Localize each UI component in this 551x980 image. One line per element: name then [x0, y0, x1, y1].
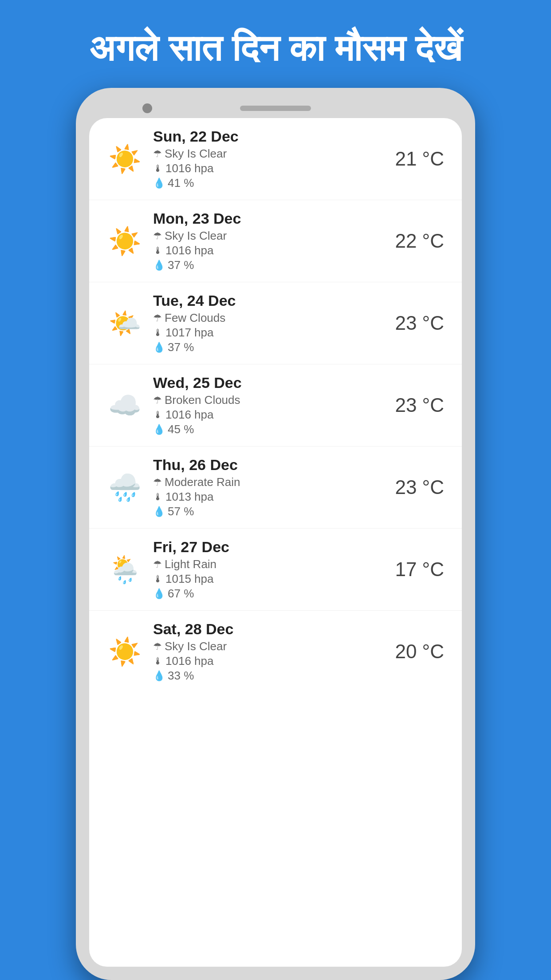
weather-description: ☂ Few Clouds [153, 311, 384, 325]
humidity-icon: 💧 [153, 178, 165, 189]
weather-info-6: Sat, 28 Dec ☂ Sky Is Clear 🌡 1016 hpa 💧 … [153, 620, 384, 683]
weather-icon-5: 🌦️ [107, 554, 142, 585]
weather-day-label: Sat, 28 Dec [153, 620, 384, 638]
weather-humidity: 💧 41 % [153, 176, 384, 190]
weather-temperature: 22 °C [395, 230, 444, 252]
umbrella-icon: ☂ [153, 477, 162, 488]
weather-temperature: 23 °C [395, 312, 444, 334]
pressure-icon: 🌡 [153, 327, 163, 339]
weather-temperature: 17 °C [395, 558, 444, 581]
weather-info-2: Tue, 24 Dec ☂ Few Clouds 🌡 1017 hpa 💧 37… [153, 292, 384, 354]
weather-list: ☀️ Sun, 22 Dec ☂ Sky Is Clear 🌡 1016 hpa… [89, 118, 462, 692]
umbrella-icon: ☂ [153, 230, 162, 242]
weather-pressure: 🌡 1017 hpa [153, 326, 384, 340]
weather-day-item: ☀️ Sun, 22 Dec ☂ Sky Is Clear 🌡 1016 hpa… [89, 118, 462, 200]
weather-icon-4: 🌧️ [107, 472, 142, 503]
pressure-icon: 🌡 [153, 245, 163, 257]
weather-temperature: 20 °C [395, 640, 444, 663]
weather-temperature: 21 °C [395, 148, 444, 170]
pressure-icon: 🌡 [153, 163, 163, 174]
weather-day-item: 🌧️ Thu, 26 Dec ☂ Moderate Rain 🌡 1013 hp… [89, 447, 462, 529]
weather-temperature: 23 °C [395, 394, 444, 416]
phone-camera [142, 103, 152, 113]
weather-icon-2: 🌤️ [107, 308, 142, 339]
weather-day-item: 🌦️ Fri, 27 Dec ☂ Light Rain 🌡 1015 hpa 💧… [89, 529, 462, 611]
weather-day-label: Wed, 25 Dec [153, 374, 384, 391]
weather-humidity: 💧 67 % [153, 587, 384, 601]
weather-icon-6: ☀️ [107, 636, 142, 668]
weather-info-1: Mon, 23 Dec ☂ Sky Is Clear 🌡 1016 hpa 💧 … [153, 210, 384, 272]
umbrella-icon: ☂ [153, 559, 162, 570]
weather-humidity: 💧 37 % [153, 340, 384, 354]
weather-pressure: 🌡 1016 hpa [153, 408, 384, 422]
weather-info-5: Fri, 27 Dec ☂ Light Rain 🌡 1015 hpa 💧 67… [153, 538, 384, 601]
weather-day-item: ☀️ Sat, 28 Dec ☂ Sky Is Clear 🌡 1016 hpa… [89, 611, 462, 692]
weather-description: ☂ Sky Is Clear [153, 229, 384, 243]
weather-description: ☂ Broken Clouds [153, 393, 384, 407]
phone-frame: ☀️ Sun, 22 Dec ☂ Sky Is Clear 🌡 1016 hpa… [76, 88, 475, 980]
weather-pressure: 🌡 1015 hpa [153, 572, 384, 586]
weather-info-4: Thu, 26 Dec ☂ Moderate Rain 🌡 1013 hpa 💧… [153, 456, 384, 518]
pressure-icon: 🌡 [153, 409, 163, 421]
weather-day-item: 🌤️ Tue, 24 Dec ☂ Few Clouds 🌡 1017 hpa 💧… [89, 282, 462, 364]
weather-icon-0: ☀️ [107, 143, 142, 175]
pressure-icon: 🌡 [153, 491, 163, 503]
weather-info-3: Wed, 25 Dec ☂ Broken Clouds 🌡 1016 hpa 💧… [153, 374, 384, 436]
humidity-icon: 💧 [153, 588, 165, 600]
weather-humidity: 💧 57 % [153, 505, 384, 518]
umbrella-icon: ☂ [153, 641, 162, 652]
humidity-icon: 💧 [153, 260, 165, 271]
weather-day-label: Sun, 22 Dec [153, 128, 384, 145]
humidity-icon: 💧 [153, 506, 165, 518]
weather-temperature: 23 °C [395, 476, 444, 498]
humidity-icon: 💧 [153, 342, 165, 353]
weather-description: ☂ Sky Is Clear [153, 640, 384, 653]
weather-day-label: Tue, 24 Dec [153, 292, 384, 309]
weather-humidity: 💧 33 % [153, 669, 384, 683]
weather-pressure: 🌡 1016 hpa [153, 244, 384, 257]
weather-day-item: ☁️ Wed, 25 Dec ☂ Broken Clouds 🌡 1016 hp… [89, 364, 462, 447]
umbrella-icon: ☂ [153, 312, 162, 324]
umbrella-icon: ☂ [153, 395, 162, 406]
weather-pressure: 🌡 1016 hpa [153, 654, 384, 668]
phone-speaker [240, 106, 311, 111]
weather-day-label: Thu, 26 Dec [153, 456, 384, 474]
pressure-icon: 🌡 [153, 656, 163, 667]
weather-pressure: 🌡 1016 hpa [153, 162, 384, 175]
weather-day-label: Mon, 23 Dec [153, 210, 384, 227]
weather-icon-1: ☀️ [107, 225, 142, 257]
weather-description: ☂ Sky Is Clear [153, 147, 384, 161]
humidity-icon: 💧 [153, 424, 165, 435]
umbrella-icon: ☂ [153, 148, 162, 160]
weather-humidity: 💧 37 % [153, 258, 384, 272]
weather-info-0: Sun, 22 Dec ☂ Sky Is Clear 🌡 1016 hpa 💧 … [153, 128, 384, 190]
weather-description: ☂ Light Rain [153, 557, 384, 571]
weather-humidity: 💧 45 % [153, 423, 384, 436]
phone-top-bar [89, 101, 462, 118]
weather-pressure: 🌡 1013 hpa [153, 490, 384, 504]
weather-day-label: Fri, 27 Dec [153, 538, 384, 556]
pressure-icon: 🌡 [153, 573, 163, 585]
weather-day-item: ☀️ Mon, 23 Dec ☂ Sky Is Clear 🌡 1016 hpa… [89, 200, 462, 282]
weather-icon-3: ☁️ [107, 390, 142, 421]
page-title: अगले सात दिन का मौसम देखें [0, 0, 551, 88]
weather-description: ☂ Moderate Rain [153, 475, 384, 489]
phone-screen: ☀️ Sun, 22 Dec ☂ Sky Is Clear 🌡 1016 hpa… [89, 118, 462, 967]
humidity-icon: 💧 [153, 670, 165, 682]
